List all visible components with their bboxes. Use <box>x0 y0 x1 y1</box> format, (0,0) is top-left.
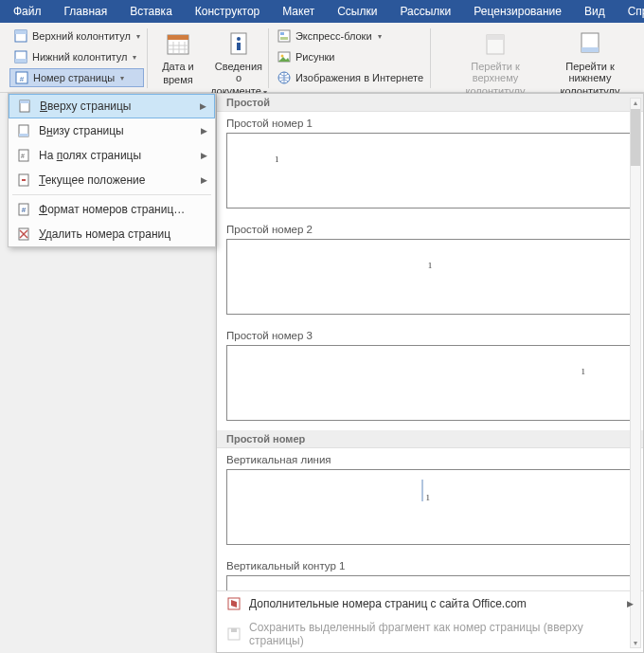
page-num-sample: 1 <box>275 154 279 164</box>
goto-header-button: Перейти к верхнему колонтитулу <box>448 27 543 99</box>
doc-info-button[interactable]: Сведения о документе▾ <box>212 27 265 100</box>
submenu-bottom-of-page[interactable]: Внизу страницы ▶ <box>9 118 215 143</box>
more-from-office-button[interactable]: Дополнительные номера страниц с сайта Of… <box>217 591 643 616</box>
quick-parts-label: Экспресс-блоки <box>295 30 372 42</box>
svg-text:#: # <box>22 206 27 214</box>
gallery-scroll[interactable]: Простой Простой номер 1 1 Простой номер … <box>217 94 643 590</box>
svg-rect-27 <box>20 100 29 103</box>
gallery-item-vertical-line[interactable]: Вертикальная линия 1 <box>217 448 643 554</box>
goto-footer-button[interactable]: Перейти к нижнему колонтитулу <box>543 27 637 99</box>
gallery-category-plain-number: Простой номер <box>217 430 643 448</box>
preview-bar <box>421 480 423 501</box>
ribbon-group-navigation: Перейти к верхнему колонтитулу Перейти к… <box>444 27 641 92</box>
header-icon <box>13 28 28 44</box>
menu-view[interactable]: Вид <box>573 2 617 21</box>
office-icon <box>226 596 242 611</box>
submenu-format-label: Формат номеров страниц… <box>39 203 185 216</box>
menu-file[interactable]: Файл <box>2 2 53 21</box>
submenu-arrow-icon: ▶ <box>201 175 207 185</box>
submenu-arrow-icon: ▶ <box>627 599 634 608</box>
ribbon: Верхний колонтитул ▾ Нижний колонтитул ▾… <box>0 23 644 93</box>
svg-rect-15 <box>237 43 241 50</box>
footer-button[interactable]: Нижний колонтитул ▾ <box>9 47 144 66</box>
page-num-sample: 1 <box>428 261 433 270</box>
submenu-arrow-icon: ▶ <box>201 126 207 136</box>
menu-review[interactable]: Рецензирование <box>462 2 573 21</box>
current-position-icon <box>16 172 31 188</box>
menu-design[interactable]: Конструктор <box>184 2 271 21</box>
menu-mailings[interactable]: Рассылки <box>388 2 462 21</box>
menubar: Файл Главная Вставка Конструктор Макет С… <box>0 0 644 23</box>
submenu-current-position[interactable]: Текущее положение ▶ <box>9 168 215 192</box>
picture-icon <box>277 49 292 64</box>
svg-rect-7 <box>168 35 188 40</box>
gallery-preview: 1 <box>226 133 634 209</box>
doc-info-icon <box>224 28 254 59</box>
scroll-thumb[interactable] <box>631 109 640 166</box>
gallery-scrollbar[interactable]: ▴ ▾ <box>630 98 641 648</box>
calendar-icon <box>163 28 193 59</box>
gallery-item-label: Вертикальный контур 1 <box>226 560 634 571</box>
gallery-item-plain-3[interactable]: Простой номер 3 1 <box>217 324 643 430</box>
page-margins-icon: # <box>16 148 31 163</box>
ribbon-group-docinfo: Сведения о документе▾ <box>208 27 269 92</box>
gallery-preview: 1 <box>226 345 634 421</box>
submenu-format-page-numbers[interactable]: # Формат номеров страниц… <box>9 197 215 222</box>
quick-parts-icon <box>277 28 292 44</box>
page-bottom-icon <box>16 123 31 138</box>
more-label: Дополнительные номера страниц с сайта Of… <box>249 597 527 610</box>
svg-rect-41 <box>231 628 237 632</box>
submenu-margins-label: На полях страницы <box>39 149 141 162</box>
submenu-remove-label: Удалить номера страниц <box>39 227 170 241</box>
gallery-footer: Дополнительные номера страниц с сайта Of… <box>217 590 643 652</box>
page-number-label: Номер страницы <box>33 72 115 83</box>
date-time-button[interactable]: Дата и время <box>152 27 205 87</box>
page-number-button[interactable]: # Номер страницы ▾ <box>9 68 144 87</box>
svg-rect-25 <box>581 47 599 52</box>
submenu-remove-page-numbers[interactable]: Удалить номера страниц <box>9 222 215 246</box>
gallery-category-simple: Простой <box>217 94 643 112</box>
format-icon: # <box>16 202 31 217</box>
submenu-top-label: Вверху страницы <box>40 100 131 113</box>
svg-rect-16 <box>278 30 290 42</box>
footer-label: Нижний колонтитул <box>32 51 127 63</box>
dropdown-caret-icon: ▾ <box>133 53 136 62</box>
svg-rect-18 <box>280 37 288 40</box>
gallery-item-plain-2[interactable]: Простой номер 2 1 <box>217 218 643 324</box>
pictures-button[interactable]: Рисунки <box>273 47 427 66</box>
goto-header-icon <box>480 28 510 59</box>
svg-text:#: # <box>21 153 25 159</box>
menu-references[interactable]: Ссылки <box>326 2 388 21</box>
menu-home[interactable]: Главная <box>53 2 119 21</box>
gallery-preview: 1 <box>226 239 634 315</box>
gallery-item-vertical-outline-1[interactable]: Вертикальный контур 1 1 <box>217 554 643 590</box>
pictures-label: Рисунки <box>295 51 335 63</box>
header-label: Верхний колонтитул <box>32 30 131 42</box>
menu-help[interactable]: Спр <box>617 2 644 21</box>
online-pictures-icon <box>277 70 292 85</box>
remove-icon <box>16 227 31 242</box>
svg-rect-3 <box>15 59 27 63</box>
svg-rect-33 <box>22 179 26 181</box>
page-number-submenu: Вверху страницы ▶ Внизу страницы ▶ # На … <box>8 93 216 247</box>
goto-header-label-1: Перейти к верхнему <box>450 61 541 83</box>
quick-parts-button[interactable]: Экспресс-блоки ▾ <box>273 27 427 45</box>
gallery-item-label: Вертикальная линия <box>226 454 634 465</box>
footer-icon <box>13 49 28 64</box>
menu-insert[interactable]: Вставка <box>118 2 184 21</box>
submenu-top-of-page[interactable]: Вверху страницы ▶ <box>9 94 215 118</box>
save-selection-button: Сохранить выделенный фрагмент как номер … <box>217 616 643 652</box>
submenu-page-margins[interactable]: # На полях страницы ▶ <box>9 143 215 168</box>
dropdown-caret-icon: ▾ <box>378 32 382 41</box>
gallery-item-plain-1[interactable]: Простой номер 1 1 <box>217 112 643 218</box>
page-num-sample: 1 <box>425 493 430 502</box>
menu-layout[interactable]: Макет <box>271 2 326 21</box>
date-time-label-1: Дата и <box>162 61 194 72</box>
goto-footer-label-1: Перейти к нижнему <box>545 61 635 83</box>
online-pictures-label: Изображения в Интернете <box>295 72 423 83</box>
submenu-arrow-icon: ▶ <box>200 101 206 111</box>
scroll-up-icon[interactable]: ▴ <box>634 99 637 107</box>
header-button[interactable]: Верхний колонтитул ▾ <box>9 27 144 45</box>
online-pictures-button[interactable]: Изображения в Интернете <box>273 68 427 87</box>
svg-text:#: # <box>20 75 25 83</box>
